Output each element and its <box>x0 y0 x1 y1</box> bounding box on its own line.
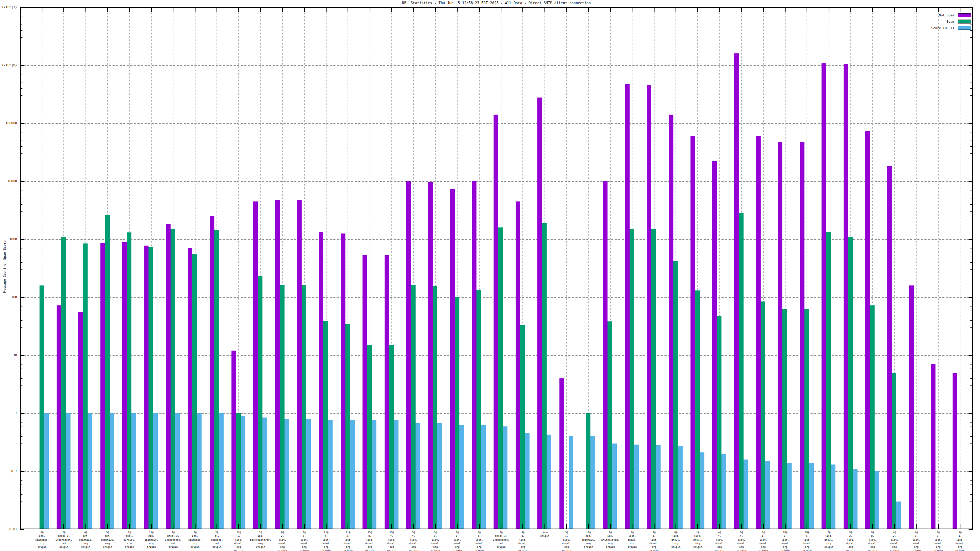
legend-row-spam: Spam <box>931 20 971 23</box>
x-tick-label-line: org <box>270 545 295 549</box>
y-minor-tick <box>20 37 22 38</box>
x-tick <box>916 524 916 529</box>
y-minor-tick <box>20 474 22 474</box>
x-tick-label-line: 9@ <box>751 531 776 534</box>
x-tick-label-line: 3@ <box>95 531 120 534</box>
y-minor-tick <box>20 74 22 75</box>
rbl-statistics-chart: RBL Statistics - Thu Jun 5 12:58:23 EDT … <box>0 0 980 551</box>
x-tick-label-line: origin <box>445 549 470 551</box>
x-tick <box>304 7 305 12</box>
x-tick-label-line: 3. <box>510 534 535 538</box>
x-tick-label-line: Y. <box>794 534 819 538</box>
x-tick-label-line: 0@ <box>663 531 688 534</box>
y-minor-tick <box>20 364 22 365</box>
y-minor-tick <box>20 10 22 10</box>
y-major-tick <box>20 471 24 472</box>
x-tick <box>522 524 523 529</box>
x-tick <box>741 7 742 12</box>
x-tick-label-line: origin <box>401 549 426 551</box>
x-tick-label-line: 4@ <box>510 531 535 534</box>
x-tick-label-line: org <box>948 545 972 549</box>
x-tick-label-line: dnswl. <box>685 538 710 542</box>
x-tick-label: 15@Y.list.dnswl.orgorigin <box>379 531 404 551</box>
x-tick-label-line: list. <box>292 538 317 542</box>
x-tick <box>216 524 217 529</box>
x-tick-label-line: dnswl. <box>226 542 251 545</box>
y-minor-tick <box>970 106 973 106</box>
x-tick-label-line: backscatterer. <box>248 538 273 542</box>
x-tick-label-line: org <box>139 542 164 545</box>
x-tick-label-line: dnswl. <box>314 542 339 545</box>
x-tick <box>763 7 764 12</box>
x-tick-label-line: 10@ <box>773 531 798 534</box>
x-tick <box>413 7 414 12</box>
y-minor-tick <box>20 20 22 20</box>
y-minor-tick <box>970 422 973 422</box>
y-tick-label: 0.01 <box>0 527 17 531</box>
x-tick <box>588 524 589 529</box>
y-minor-tick <box>970 132 973 132</box>
y-minor-tick <box>20 489 22 489</box>
x-tick-label-line: 0. <box>860 534 885 538</box>
x-tick-label-line: origin <box>204 545 229 549</box>
y-minor-tick <box>20 320 22 321</box>
y-minor-tick <box>970 95 973 96</box>
x-tick-label-line: 2@ <box>183 531 208 534</box>
y-minor-tick <box>20 198 22 199</box>
x-tick <box>916 7 916 12</box>
x-tick <box>654 7 654 12</box>
y-minor-tick <box>970 358 973 358</box>
legend-label-not-spam: Not Spam <box>939 14 955 17</box>
y-minor-tick <box>970 300 973 300</box>
y-minor-tick <box>970 184 973 184</box>
x-tick-label-line: Y. <box>379 534 404 538</box>
y-minor-tick <box>970 222 973 222</box>
y-major-tick <box>969 7 973 8</box>
x-tick-label-line: list. <box>751 538 776 542</box>
x-tick-label-line: list. <box>336 538 360 542</box>
y-minor-tick <box>20 194 22 194</box>
y-minor-tick <box>20 454 22 454</box>
x-tick-label: 5@Y.list.dnswl.orgorigin <box>401 531 426 551</box>
y-minor-tick <box>970 502 973 502</box>
y-minor-tick <box>970 378 973 379</box>
y-minor-tick <box>20 48 22 48</box>
x-tick <box>632 7 632 12</box>
x-tick-label-line: zen. <box>73 534 98 538</box>
x-tick-label-line: 9@ <box>860 531 885 534</box>
y-minor-tick <box>970 484 973 484</box>
x-tick-label-line: zen. <box>139 534 164 538</box>
x-tick-label-line: list. <box>773 538 798 542</box>
y-minor-tick <box>20 310 22 310</box>
y-minor-tick <box>20 190 22 191</box>
x-tick <box>282 7 283 12</box>
x-tick <box>501 7 501 12</box>
legend-row-score: Score (0..1) <box>931 26 971 30</box>
y-minor-tick <box>20 257 22 257</box>
x-tick-label: 10@Y.list.dnswl.orgorigin <box>794 531 819 551</box>
x-tick-label-line: list. <box>445 538 470 542</box>
x-tick-label-line: origin <box>248 545 273 549</box>
x-tick-label-line: list. <box>707 538 732 542</box>
x-tick <box>195 524 196 529</box>
x-tick <box>260 524 261 529</box>
x-tick-label-line: org <box>904 545 929 549</box>
y-minor-tick <box>970 314 973 315</box>
x-tick-label-line: dnswl. <box>292 542 317 545</box>
x-tick-label: 2@bl.spamcop.netorigin <box>204 531 229 549</box>
y-tick-label: 10 <box>0 353 17 357</box>
y-minor-tick <box>970 303 973 303</box>
x-tick-label-line: org <box>620 542 644 545</box>
x-tick-label-line: uceprotect. <box>51 538 76 542</box>
legend-swatch-not-spam <box>958 13 971 17</box>
y-minor-tick <box>20 512 22 512</box>
y-major-tick <box>20 297 24 298</box>
x-tick-label: 2@ips.backscatterer.orgorigin <box>248 531 273 549</box>
y-minor-tick <box>970 368 973 368</box>
x-tick-label-line: 2@ <box>161 531 186 534</box>
y-minor-tick <box>20 129 22 129</box>
y-minor-tick <box>970 338 973 338</box>
x-tick <box>413 524 414 529</box>
x-tick-label-line: list. <box>685 534 710 538</box>
y-minor-tick <box>20 25 22 25</box>
